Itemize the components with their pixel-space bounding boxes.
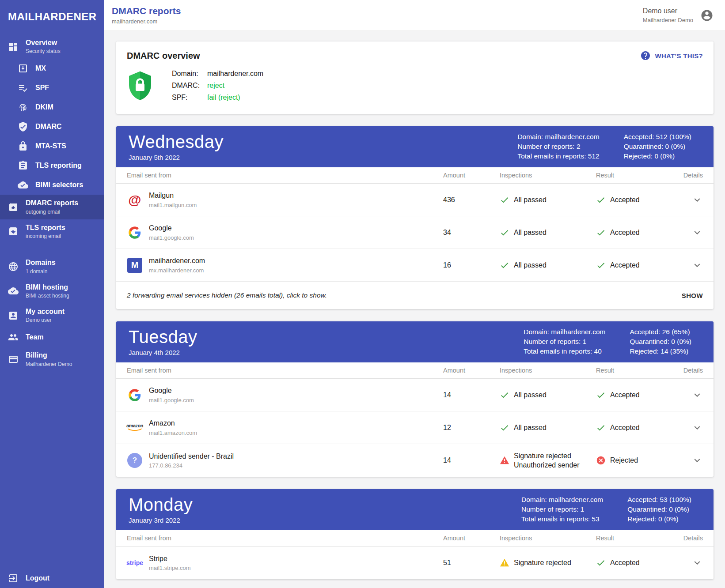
- user-info: Demo user Mailhardener Demo: [643, 7, 693, 23]
- sidebar-item-bimi-hosting[interactable]: BIMI hosting BIMI asset hosting: [0, 279, 104, 303]
- dashboard-icon: [8, 41, 19, 52]
- sender-host: mail1.mailgun.com: [149, 202, 197, 208]
- day-card-monday: Monday January 3rd 2022 Domain: mailhard…: [116, 489, 714, 579]
- app-window: MAILHARDENER Overview Security status MX…: [0, 0, 725, 588]
- chevron-down-icon[interactable]: [691, 194, 703, 206]
- sidebar-item-label: Overview: [26, 39, 61, 47]
- check-icon: [500, 228, 509, 237]
- chevron-down-icon[interactable]: [691, 260, 703, 271]
- table-row[interactable]: stripe Stripe mail1.stripe.com 51 Signat…: [116, 547, 714, 579]
- check-icon: [596, 195, 606, 205]
- overview-title: DMARC overview: [127, 51, 200, 61]
- warning-icon: [500, 456, 509, 465]
- tray-up-icon: [8, 202, 19, 212]
- table-header: Email sent from Amount Inspections Resul…: [116, 530, 714, 547]
- sidebar-item-spf[interactable]: SPF: [0, 78, 104, 98]
- day-name: Wednesday: [129, 132, 224, 152]
- amazon-logo: amazon: [127, 423, 143, 432]
- globe-icon: [8, 261, 19, 272]
- inbox-download-icon: [18, 63, 28, 74]
- unknown-sender-icon: ?: [127, 453, 143, 468]
- day-stats-left: Domain: mailhardener.com Number of repor…: [521, 496, 603, 523]
- overview-domain-row: Domain: mailhardener.com: [172, 68, 263, 79]
- day-card-wednesday: Wednesday January 5th 2022 Domain: mailh…: [116, 126, 714, 309]
- day-stats-right: Accepted: 26 (65%) Quarantined: 0 (0%) R…: [630, 328, 691, 355]
- sidebar-item-dkim[interactable]: DKIM: [0, 98, 104, 117]
- check-icon: [500, 423, 509, 433]
- day-stats-right: Accepted: 512 (100%) Quarantined: 0 (0%)…: [624, 133, 691, 160]
- day-banner: Tuesday January 4th 2022 Domain: mailhar…: [116, 321, 714, 362]
- check-icon: [500, 195, 509, 205]
- sidebar-item-sublabel: Security status: [26, 48, 61, 54]
- sidebar-item-dmarc-reports[interactable]: DMARC reports outgoing email: [0, 195, 104, 219]
- clipboard-icon: [18, 160, 28, 171]
- mailgun-logo: @: [127, 193, 143, 207]
- sidebar-item-mx[interactable]: MX: [0, 59, 104, 78]
- top-bar: DMARC reports mailhardener.com Demo user…: [104, 0, 725, 31]
- content-area: DMARC overview WHAT'S THIS?: [104, 31, 725, 588]
- chevron-down-icon[interactable]: [691, 389, 703, 401]
- hidden-services-text: 2 forwarding email services hidden (26 e…: [127, 291, 327, 299]
- page-title: DMARC reports: [112, 6, 181, 16]
- google-logo: [127, 226, 143, 239]
- avatar-icon[interactable]: [700, 9, 714, 22]
- dmarc-policy-value: reject: [207, 80, 224, 91]
- nav-section-gap: [0, 244, 104, 254]
- table-row[interactable]: Google mail1.google.com 34 All passed Ac…: [116, 216, 714, 249]
- cross-icon: [596, 456, 606, 465]
- day-card-tuesday: Tuesday January 4th 2022 Domain: mailhar…: [116, 321, 714, 477]
- sidebar-item-dmarc[interactable]: DMARC: [0, 117, 104, 136]
- checklist-check-icon: [18, 83, 28, 93]
- chevron-down-icon[interactable]: [691, 422, 703, 433]
- show-button[interactable]: SHOW: [682, 292, 703, 299]
- warning-icon: [500, 558, 509, 568]
- sidebar-item-mta-sts[interactable]: MTA-STS: [0, 136, 104, 156]
- table-row[interactable]: @ Mailgun mail1.mailgun.com 436 All pass…: [116, 184, 714, 216]
- check-icon: [596, 390, 606, 400]
- sidebar-item-my-account[interactable]: My account Demo user: [0, 303, 104, 328]
- amount-value: 436: [443, 196, 500, 204]
- spf-policy-value: fail (reject): [207, 92, 240, 103]
- sidebar-item-tls-reports[interactable]: TLS reports incoming email: [0, 219, 104, 244]
- check-icon: [596, 228, 606, 237]
- check-icon: [500, 260, 509, 270]
- day-stats-left: Domain: mailhardener.com Number of repor…: [517, 133, 599, 160]
- sidebar-item-billing[interactable]: Billing Mailhardener Demo: [0, 347, 104, 371]
- lock-icon: [18, 141, 28, 151]
- table-row[interactable]: amazon Amazon mail1.amazon.com 12 All pa…: [116, 411, 714, 444]
- whats-this-link[interactable]: WHAT'S THIS?: [640, 50, 703, 61]
- exit-icon: [8, 573, 19, 584]
- sidebar-item-tls-reporting[interactable]: TLS reporting: [0, 156, 104, 175]
- cloud-check-icon: [8, 286, 19, 296]
- brand-logo: MAILHARDENER: [0, 0, 104, 34]
- day-banner: Wednesday January 5th 2022 Domain: mailh…: [116, 126, 714, 167]
- sidebar-item-overview[interactable]: Overview Security status: [0, 34, 104, 59]
- chevron-down-icon[interactable]: [691, 455, 703, 466]
- table-row[interactable]: ? Unidentified sender - Brazil 177.0.86.…: [116, 444, 714, 477]
- sidebar-item-bimi-selectors[interactable]: BIMI selectors: [0, 175, 104, 195]
- table-row[interactable]: Google mail1.google.com 14 All passed Ac…: [116, 379, 714, 411]
- overview-dmarc-row: DMARC: reject: [172, 80, 263, 91]
- cloud-check-icon: [18, 180, 28, 190]
- table-row[interactable]: M mailhardener.com mx.mailhardener.com 1…: [116, 249, 714, 282]
- overview-spf-row: SPF: fail (reject): [172, 92, 263, 103]
- hidden-services-row[interactable]: 2 forwarding email services hidden (26 e…: [116, 282, 714, 309]
- help-icon: [640, 50, 651, 61]
- chevron-down-icon[interactable]: [691, 557, 703, 569]
- check-icon: [500, 390, 509, 400]
- sidebar: MAILHARDENER Overview Security status MX…: [0, 0, 104, 588]
- table-header: Email sent from Amount Inspections Resul…: [116, 167, 714, 184]
- day-date: January 5th 2022: [129, 154, 224, 161]
- day-stats-right: Accepted: 53 (100%) Quarantined: 0 (0%) …: [627, 496, 691, 523]
- logout-button[interactable]: Logout: [0, 569, 104, 588]
- sidebar-item-team[interactable]: Team: [0, 328, 104, 347]
- chevron-down-icon[interactable]: [691, 227, 703, 238]
- day-stats-left: Domain: mailhardener.com Number of repor…: [524, 328, 605, 355]
- mailhardener-logo: M: [127, 258, 143, 273]
- page-subtitle: mailhardener.com: [112, 18, 181, 25]
- table-header: Email sent from Amount Inspections Resul…: [116, 362, 714, 379]
- check-icon: [596, 423, 606, 433]
- credit-card-icon: [8, 354, 19, 365]
- tray-down-icon: [8, 226, 19, 237]
- sidebar-item-domains[interactable]: Domains 1 domain: [0, 254, 104, 279]
